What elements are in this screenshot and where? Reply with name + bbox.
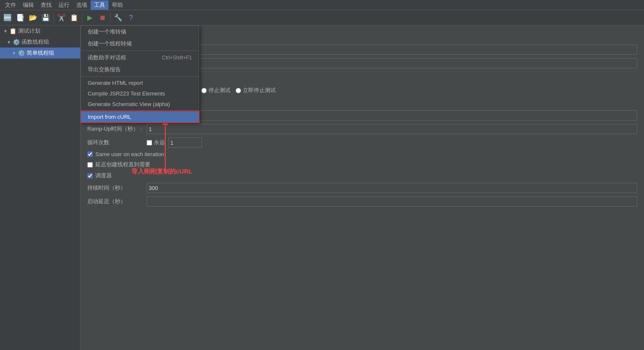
sidebar-item-label-simple: 简单线程组 [27, 49, 54, 57]
toolbar-open[interactable]: 📂 [27, 12, 39, 24]
menu-create-thread-dump[interactable]: 创建一个线程转储 [81, 38, 199, 50]
menu-export-report[interactable]: 导出交换报告 [81, 64, 199, 76]
import-curl-label: Import from cURL [88, 114, 131, 120]
dropdown-sep-3 [81, 110, 199, 111]
simple-thread-icon: ⚙️ [18, 50, 25, 56]
arrow-icon-3: ▼ [12, 51, 16, 56]
func-thread-icon: ⚙️ [13, 39, 20, 45]
loop-row: 循环次数 永远 [87, 137, 637, 148]
menu-tools[interactable]: 工具 [91, 0, 108, 10]
menu-generate-html[interactable]: Generate HTML report [81, 78, 199, 88]
export-report-label: 导出交换报告 [88, 66, 121, 73]
delay-create-row[interactable]: 延迟创建线程直到需要 [87, 161, 637, 168]
duration-input[interactable] [147, 183, 637, 193]
create-thread-dump-label: 创建一个线程转储 [88, 40, 132, 48]
loop-forever-label: 永远 [154, 139, 165, 146]
loop-forever-checkbox[interactable] [147, 140, 152, 146]
toolbar-templates[interactable]: 📑 [14, 12, 26, 24]
menu-edit[interactable]: 编辑 [19, 0, 37, 10]
menu-file[interactable]: 文件 [2, 0, 19, 10]
same-user-checkbox[interactable] [87, 151, 93, 157]
toolbar-remote[interactable]: 🔧 [112, 12, 124, 24]
generate-schematic-label: Generate Schematic View (alpha) [88, 101, 170, 107]
compile-jsr223-label: Compile JSR223 Test Elements [88, 90, 165, 97]
toolbar-cut[interactable]: ✂️ [56, 12, 67, 24]
menubar: 文件 编辑 查找 运行 选项 工具 帮助 [0, 0, 644, 10]
sidebar-item-simple-thread-group[interactable]: ▼ ⚙️ 简单线程组 [0, 48, 80, 59]
menu-import-curl[interactable]: Import from cURL [81, 112, 199, 122]
menu-compile-jsr223[interactable]: Compile JSR223 Test Elements [81, 88, 199, 99]
ramp-up-label: Ramp-Up时间（秒）： [87, 125, 147, 133]
radio-stop-test[interactable]: 停止测试 [201, 87, 230, 94]
name-input[interactable] [147, 45, 637, 55]
duration-row: 持续时间（秒） [87, 183, 637, 193]
arrow-icon-2: ▼ [7, 40, 11, 45]
dropdown-sep-2 [81, 76, 199, 77]
duration-label: 持续时间（秒） [87, 184, 147, 192]
create-heap-dump-label: 创建一个堆转储 [88, 28, 126, 36]
loop-count-input[interactable] [168, 137, 202, 148]
sidebar-item-test-plan[interactable]: ▼ 📋 测试计划 [0, 25, 80, 36]
toolbar-save[interactable]: 💾 [40, 12, 52, 24]
toolbar-separator-1 [53, 13, 54, 23]
menu-create-heap-dump[interactable]: 创建一个堆转储 [81, 26, 199, 38]
thread-count-input[interactable] [147, 110, 637, 120]
toolbar-copy[interactable]: 📋 [68, 12, 80, 24]
toolbar: 🆕 📑 📂 💾 ✂️ 📋 ▶ ⏹ 🔧 ? [0, 10, 644, 25]
menu-function-dialog[interactable]: 函数助手对话框 Ctrl+Shift+F1 [81, 52, 199, 64]
toolbar-separator-3 [110, 13, 111, 23]
toolbar-separator-2 [82, 13, 82, 23]
startup-delay-input[interactable] [147, 196, 637, 207]
arrow-icon: ▼ [3, 29, 8, 34]
radio-stop-test-now-label: 立即停止测试 [243, 87, 276, 94]
ramp-up-row: Ramp-Up时间（秒）： [87, 124, 637, 134]
generate-html-label: Generate HTML report [88, 80, 143, 86]
scheduler-checkbox[interactable] [87, 173, 93, 179]
ramp-up-input[interactable] [147, 124, 637, 134]
menu-generate-schematic[interactable]: Generate Schematic View (alpha) [81, 99, 199, 109]
sidebar-item-func-thread-group[interactable]: ▼ ⚙️ 函数线程组 [0, 36, 80, 48]
menu-find[interactable]: 查找 [37, 0, 55, 10]
loop-label: 循环次数 [87, 139, 147, 146]
loop-forever-group: 永远 [147, 139, 165, 146]
main-layout: ▼ 📋 测试计划 ▼ ⚙️ 函数线程组 ▼ ⚙️ 简单线程组 线程组 名称： 注… [0, 25, 644, 350]
dropdown-sep-1 [81, 50, 199, 51]
radio-stop-test-label: 停止测试 [208, 87, 230, 94]
toolbar-stop[interactable]: ⏹ [97, 12, 108, 24]
startup-delay-label: 启动延迟（秒） [87, 198, 147, 205]
tools-dropdown-menu: 创建一个堆转储 创建一个线程转储 函数助手对话框 Ctrl+Shift+F1 导… [80, 25, 199, 123]
same-user-label: Same user on each iteration [95, 151, 164, 157]
sidebar-item-label-test-plan: 测试计划 [18, 27, 40, 35]
radio-stop-test-now[interactable]: 立即停止测试 [236, 87, 276, 94]
menu-options[interactable]: 选项 [73, 0, 91, 10]
toolbar-help[interactable]: ? [125, 12, 137, 24]
test-plan-icon: 📋 [9, 28, 17, 34]
delay-create-label: 延迟创建线程直到需要 [95, 161, 150, 168]
delay-create-checkbox[interactable] [87, 162, 93, 168]
toolbar-run[interactable]: ▶ [84, 12, 96, 24]
menu-help[interactable]: 帮助 [108, 0, 126, 10]
function-dialog-shortcut: Ctrl+Shift+F1 [162, 55, 192, 61]
content-area: 线程组 名称： 注释： 在取样器错误后要执行的动作 继续 启动下一进程循环 [80, 25, 644, 350]
sidebar-item-label-func: 函数线程组 [22, 38, 49, 46]
function-dialog-label: 函数助手对话框 [88, 54, 126, 62]
sidebar: ▼ 📋 测试计划 ▼ ⚙️ 函数线程组 ▼ ⚙️ 简单线程组 [0, 25, 80, 350]
scheduler-label: 调度器 [95, 172, 112, 179]
same-user-row[interactable]: Same user on each iteration [87, 151, 637, 157]
startup-delay-row: 启动延迟（秒） [87, 196, 637, 207]
scheduler-row[interactable]: 调度器 [87, 172, 637, 179]
menu-run[interactable]: 运行 [55, 0, 73, 10]
toolbar-new[interactable]: 🆕 [2, 12, 14, 24]
comment-input[interactable] [147, 58, 637, 68]
